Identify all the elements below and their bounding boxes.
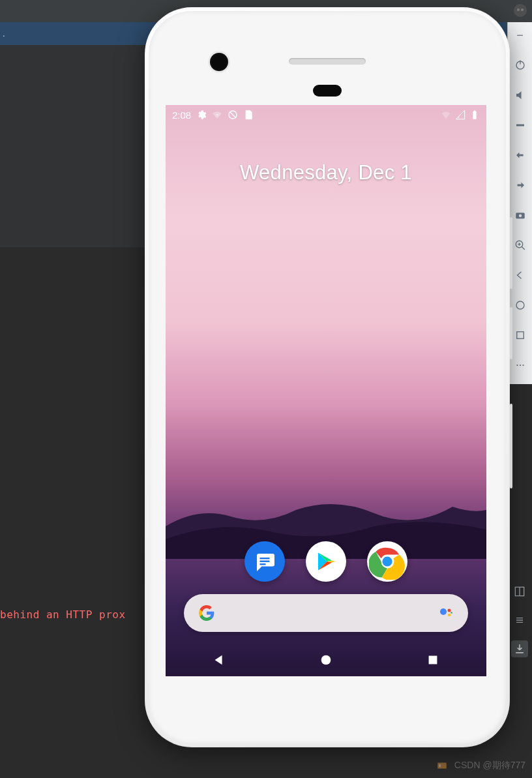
signal-no-data-icon: × <box>455 110 466 120</box>
svg-point-31 <box>440 608 447 615</box>
svg-rect-26 <box>260 561 270 562</box>
watermark: CSDN @期待777 <box>436 760 525 771</box>
wifi-off-icon: ? <box>212 110 222 120</box>
ide-bar-left-text: . <box>3 29 5 38</box>
svg-point-2 <box>521 8 524 11</box>
download-icon[interactable] <box>511 640 528 657</box>
wifi-dim-icon <box>441 110 451 120</box>
volume-down-hw <box>510 404 512 488</box>
svg-rect-36 <box>429 656 437 665</box>
nav-recents-button[interactable] <box>413 647 452 673</box>
proximity-sensor <box>313 85 342 97</box>
status-time: 2:08 <box>172 110 191 121</box>
google-logo-icon <box>198 605 215 621</box>
play-store-app[interactable] <box>306 541 346 582</box>
nav-back-button[interactable] <box>200 647 239 673</box>
sd-card-icon <box>243 110 254 120</box>
back-icon[interactable] <box>514 269 527 282</box>
overview-icon[interactable] <box>514 329 527 342</box>
svg-point-15 <box>519 365 520 366</box>
status-bar[interactable]: 2:08 ? × <box>166 105 486 125</box>
nav-home-button[interactable] <box>306 647 346 673</box>
layout-icon[interactable] <box>511 583 528 600</box>
svg-point-14 <box>516 365 518 366</box>
messages-app[interactable] <box>244 541 285 582</box>
svg-line-9 <box>522 247 525 250</box>
zoom-in-icon[interactable] <box>514 239 527 252</box>
volume-down-icon[interactable] <box>514 119 527 132</box>
svg-text:?: ? <box>216 113 218 117</box>
front-camera <box>210 53 228 71</box>
chrome-app[interactable] <box>367 541 407 582</box>
svg-point-0 <box>514 4 527 17</box>
svg-point-30 <box>382 556 392 566</box>
rotate-right-icon[interactable] <box>514 179 527 192</box>
svg-text:×: × <box>458 116 460 119</box>
svg-point-33 <box>448 614 451 616</box>
ide-logo-icon <box>512 3 528 18</box>
home-date-widget[interactable]: Wednesday, Dec 1 <box>166 161 486 185</box>
camera-icon[interactable] <box>514 209 527 222</box>
google-search-bar[interactable] <box>184 594 468 632</box>
svg-rect-25 <box>260 558 270 559</box>
do-not-disturb-icon <box>228 110 238 120</box>
svg-rect-27 <box>260 563 266 565</box>
collapse-icon[interactable] <box>511 612 528 629</box>
power-button-hw <box>510 217 512 289</box>
svg-point-32 <box>448 609 451 612</box>
svg-rect-5 <box>516 125 524 127</box>
svg-point-16 <box>522 365 524 366</box>
svg-rect-13 <box>516 332 524 339</box>
power-icon[interactable] <box>514 59 527 72</box>
battery-icon <box>469 110 480 120</box>
android-nav-bar <box>166 644 486 676</box>
svg-point-1 <box>517 8 520 11</box>
svg-rect-23 <box>473 112 476 119</box>
emulator-phone-frame: 2:08 ? × Wednesday, Dec 1 <box>145 7 510 747</box>
svg-point-7 <box>518 215 522 218</box>
terminal-error-text: behind an HTTP prox <box>0 608 126 621</box>
ide-side-icons <box>511 583 528 657</box>
minimize-button[interactable]: − <box>514 29 527 42</box>
earpiece <box>289 58 366 65</box>
svg-point-34 <box>451 612 452 614</box>
svg-line-21 <box>230 112 236 117</box>
volume-icon[interactable] <box>514 89 527 102</box>
svg-rect-24 <box>474 110 476 111</box>
rotate-left-icon[interactable] <box>514 149 527 162</box>
app-dock <box>166 541 486 582</box>
svg-point-35 <box>321 655 331 665</box>
more-icon[interactable] <box>514 359 527 372</box>
home-icon[interactable] <box>514 299 527 312</box>
phone-screen[interactable]: 2:08 ? × Wednesday, Dec 1 <box>166 105 486 676</box>
volume-up-hw <box>510 307 512 359</box>
svg-point-12 <box>516 301 524 309</box>
gear-icon <box>196 110 207 120</box>
google-assistant-icon[interactable] <box>438 605 454 621</box>
